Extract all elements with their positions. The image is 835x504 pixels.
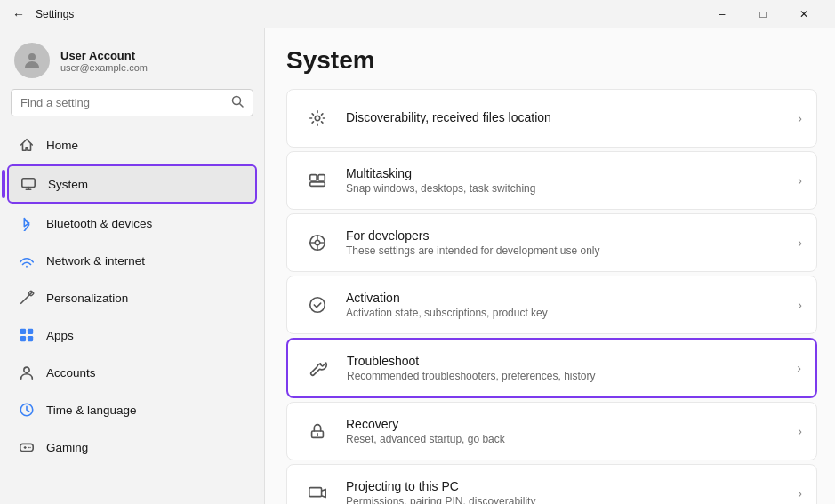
network-label: Network & internet (46, 254, 145, 268)
svg-point-18 (28, 447, 29, 448)
multitasking-icon (301, 164, 333, 196)
projecting-title: Projecting to this PC (346, 479, 787, 493)
search-icon (231, 95, 244, 110)
troubleshoot-title: Troubleshoot (347, 354, 786, 368)
recovery-icon (301, 415, 333, 447)
main-content: System Discoverability, received files l… (265, 28, 835, 504)
svg-point-13 (24, 367, 29, 372)
nav-list: HomeSystemBluetooth & devicesNetwork & i… (0, 127, 264, 504)
settings-list: Discoverability, received files location… (286, 89, 817, 504)
svg-rect-21 (310, 175, 317, 180)
activation-icon (301, 289, 333, 321)
projecting-icon (301, 477, 333, 504)
svg-point-6 (26, 266, 28, 268)
sidebar: User Account user@example.com HomeSystem… (0, 28, 265, 504)
sidebar-item-accounts[interactable]: Accounts (7, 355, 257, 390)
sidebar-item-gaming[interactable]: Gaming (7, 429, 257, 465)
maximize-button[interactable]: □ (743, 0, 783, 28)
window-controls: – □ ✕ (702, 0, 824, 28)
troubleshoot-text: TroubleshootRecommended troubleshooters,… (347, 354, 786, 382)
search-box[interactable] (11, 89, 253, 116)
svg-rect-15 (20, 444, 33, 451)
settings-item-discoverability[interactable]: Discoverability, received files location… (286, 89, 817, 148)
accounts-label: Accounts (46, 366, 96, 380)
svg-line-2 (240, 104, 244, 108)
personalization-label: Personalization (46, 292, 128, 305)
bluetooth-label: Bluetooth & devices (46, 217, 152, 230)
troubleshoot-icon (302, 352, 334, 384)
time-icon (18, 401, 36, 419)
svg-point-20 (315, 116, 320, 121)
accounts-icon (18, 364, 36, 381)
discoverability-chevron: › (798, 111, 802, 125)
user-section: User Account user@example.com (0, 28, 264, 89)
multitasking-desc: Snap windows, desktops, task switching (346, 182, 787, 195)
settings-item-activation[interactable]: ActivationActivation state, subscription… (286, 276, 817, 334)
developers-desc: These settings are intended for developm… (346, 244, 787, 257)
apps-label: Apps (46, 329, 74, 342)
active-indicator (2, 170, 5, 198)
svg-rect-11 (20, 336, 26, 341)
sidebar-item-network[interactable]: Network & internet (7, 243, 257, 278)
recovery-desc: Reset, advanced startup, go back (346, 433, 787, 445)
svg-rect-22 (318, 175, 325, 180)
network-icon (18, 252, 36, 269)
developers-chevron: › (798, 236, 802, 250)
home-label: Home (46, 139, 78, 152)
sidebar-item-personalization[interactable]: Personalization (7, 280, 257, 316)
activation-title: Activation (346, 291, 787, 305)
user-email: user@example.com (60, 62, 148, 73)
developers-text: For developersThese settings are intende… (346, 228, 787, 257)
discoverability-text: Discoverability, received files location (346, 110, 787, 126)
projecting-text: Projecting to this PCPermissions, pairin… (346, 479, 787, 504)
svg-point-0 (28, 53, 36, 60)
svg-rect-23 (310, 182, 325, 187)
settings-item-developers[interactable]: For developersThese settings are intende… (286, 213, 817, 272)
svg-line-7 (21, 292, 33, 304)
discoverability-title: Discoverability, received files location (346, 110, 787, 124)
sidebar-item-apps[interactable]: Apps (7, 317, 257, 353)
minimize-button[interactable]: – (702, 0, 743, 28)
sidebar-item-bluetooth[interactable]: Bluetooth & devices (7, 205, 257, 241)
app-title: Settings (36, 8, 74, 20)
svg-rect-9 (20, 329, 26, 334)
svg-point-30 (310, 298, 325, 313)
developers-title: For developers (346, 228, 787, 243)
personalization-icon (18, 289, 36, 307)
settings-item-projecting[interactable]: Projecting to this PCPermissions, pairin… (286, 464, 817, 504)
developers-icon (301, 227, 333, 259)
system-icon (20, 175, 37, 193)
activation-chevron: › (798, 298, 802, 312)
troubleshoot-desc: Recommended troubleshooters, preferences… (347, 370, 786, 382)
svg-rect-12 (28, 336, 33, 341)
multitasking-chevron: › (798, 173, 802, 188)
settings-item-troubleshoot[interactable]: TroubleshootRecommended troubleshooters,… (286, 338, 817, 398)
svg-point-19 (29, 447, 30, 448)
close-button[interactable]: ✕ (783, 0, 824, 28)
activation-desc: Activation state, subscriptions, product… (346, 307, 787, 319)
svg-rect-10 (28, 329, 33, 334)
settings-item-recovery[interactable]: RecoveryReset, advanced startup, go back… (286, 402, 817, 460)
troubleshoot-chevron: › (797, 361, 801, 375)
projecting-chevron: › (798, 486, 802, 500)
page-title: System (286, 46, 817, 75)
svg-rect-3 (22, 179, 35, 188)
recovery-chevron: › (798, 424, 802, 438)
time-label: Time & language (46, 404, 137, 417)
sidebar-item-time[interactable]: Time & language (7, 392, 257, 428)
sidebar-item-system[interactable]: System (7, 164, 257, 204)
sidebar-item-home[interactable]: Home (7, 127, 257, 163)
recovery-title: Recovery (346, 417, 787, 431)
avatar (14, 43, 50, 78)
back-button[interactable]: ← (11, 5, 27, 23)
multitasking-title: Multitasking (346, 166, 787, 180)
home-icon (18, 136, 36, 154)
title-bar: ← Settings – □ ✕ (0, 0, 835, 28)
multitasking-text: MultitaskingSnap windows, desktops, task… (346, 166, 787, 195)
gaming-icon (18, 438, 36, 456)
settings-item-multitasking[interactable]: MultitaskingSnap windows, desktops, task… (286, 151, 817, 210)
search-input[interactable] (20, 96, 224, 109)
user-name: User Account (60, 49, 148, 62)
svg-rect-33 (309, 488, 322, 497)
gaming-label: Gaming (46, 441, 88, 454)
